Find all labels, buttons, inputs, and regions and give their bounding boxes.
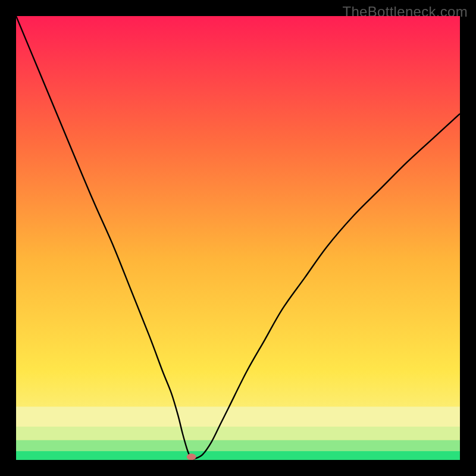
svg-rect-3: [16, 406, 460, 427]
svg-rect-2: [16, 427, 460, 440]
chart-frame: TheBottleneck.com: [0, 0, 476, 476]
gradient-background: [16, 16, 460, 460]
svg-rect-0: [16, 451, 460, 460]
svg-rect-1: [16, 440, 460, 451]
bottleneck-chart: [16, 16, 460, 460]
optimal-point-marker: [187, 453, 196, 460]
plot-area: [16, 16, 460, 460]
bottom-bands: [16, 406, 460, 460]
